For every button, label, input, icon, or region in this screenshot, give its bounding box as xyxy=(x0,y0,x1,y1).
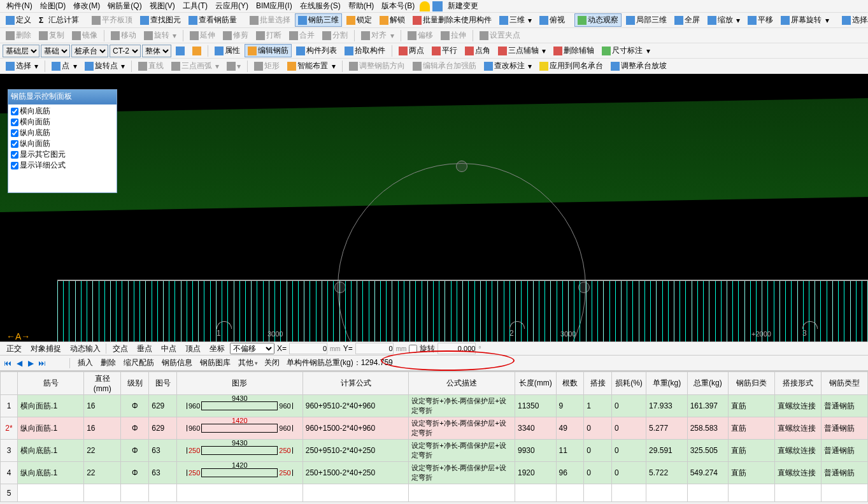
mid-button[interactable]: 中点 xyxy=(157,343,179,355)
check-annot-button[interactable]: 查改标注 ▾ xyxy=(481,59,535,73)
cell-cnt[interactable]: 11 xyxy=(556,440,584,462)
comp-list-button[interactable]: 构件列表 xyxy=(293,44,340,57)
cell-shape[interactable]: 2509430250 xyxy=(176,440,302,462)
batch-sel-button[interactable]: 批量选择 xyxy=(246,13,294,27)
table-row[interactable]: 4纵向底筋.122Φ632501420250250+1500-2*40+250设… xyxy=(1,462,868,484)
layer1-select[interactable]: 基础层 xyxy=(3,45,39,57)
row-header[interactable]: 1 xyxy=(1,395,18,417)
edit-cap-button[interactable]: 编辑承台加强筋 xyxy=(409,59,480,73)
coord-button[interactable]: 坐标 xyxy=(206,343,227,355)
grid-extra1[interactable] xyxy=(54,363,59,364)
menu-component[interactable]: 构件(N) xyxy=(3,1,36,11)
break-button[interactable]: 打断 xyxy=(253,29,285,42)
cell-rt[interactable]: 普通钢筋 xyxy=(821,395,867,417)
panel-checkbox-0[interactable] xyxy=(11,108,18,115)
apex-button[interactable]: 顶点 xyxy=(181,343,203,355)
row-header[interactable]: 3 xyxy=(1,440,18,462)
two-pt-button[interactable]: 两点 xyxy=(395,44,427,57)
col-header-8[interactable]: 长度(mm) xyxy=(515,372,556,395)
panel-check-5[interactable]: 显示详细公式 xyxy=(10,160,115,171)
col-header-0[interactable] xyxy=(1,372,18,395)
layer-extra1[interactable] xyxy=(173,45,188,57)
panel-check-2[interactable]: 纵向底筋 xyxy=(10,127,115,138)
move-button[interactable]: 移动 xyxy=(108,29,139,42)
menu-cloud[interactable]: 云应用(Y) xyxy=(211,1,252,11)
cell-dia[interactable]: 16 xyxy=(84,395,121,417)
cell-desc[interactable]: 设定弯折+净长-两倍保护层+设定弯折 xyxy=(409,440,515,462)
extend-button[interactable]: 延伸 xyxy=(187,29,218,42)
col-header-3[interactable]: 级别 xyxy=(121,372,149,395)
col-header-16[interactable]: 钢筋类型 xyxy=(821,372,867,395)
cell-shape[interactable]: 9609430960 xyxy=(176,395,302,417)
cell-formula[interactable]: 960+9510-2*40+960 xyxy=(302,395,409,417)
cell-lvl[interactable]: Φ xyxy=(121,462,149,484)
pt-angle-button[interactable]: 点角 xyxy=(462,44,494,57)
menu-bim[interactable]: BIM应用(I) xyxy=(252,1,296,11)
cell-shape[interactable]: 9601420960 xyxy=(176,417,302,440)
col-header-2[interactable]: 直径(mm) xyxy=(84,372,121,395)
topview-button[interactable]: 俯视 xyxy=(536,13,568,27)
row-header[interactable]: 5 xyxy=(1,484,18,502)
parallel-button[interactable]: 平行 xyxy=(429,44,460,57)
cell-shape[interactable]: 2501420250 xyxy=(176,462,302,484)
inter-button[interactable]: 交点 xyxy=(109,343,131,355)
cell-id[interactable]: 横向底筋.1 xyxy=(18,440,84,462)
del-aux-button[interactable]: 删除辅轴 xyxy=(550,44,597,57)
cell-loss[interactable]: 0 xyxy=(611,395,646,417)
cell-desc[interactable]: 设定弯折+净长-两倍保护层+设定弯折 xyxy=(409,462,515,484)
apply-same-button[interactable]: 应用到同名承台 xyxy=(536,59,606,73)
cell-pic[interactable]: 63 xyxy=(149,440,177,462)
arc-extra[interactable]: ▾ xyxy=(224,61,244,72)
panel-check-1[interactable]: 横向面筋 xyxy=(10,117,115,127)
menu-online[interactable]: 在线服务(S) xyxy=(296,1,345,11)
table-row[interactable]: 1横向面筋.116Φ6299609430960960+9510-2*40+960… xyxy=(1,395,868,417)
rebar-lib-button[interactable]: 钢筋图库 xyxy=(196,357,233,369)
orbit-handle-top[interactable] xyxy=(456,161,467,172)
offset-button[interactable]: 偏移 xyxy=(404,29,436,42)
pick-comp-button[interactable]: 拾取构件 xyxy=(341,44,388,57)
cell-formula[interactable]: 960+1500-2*40+960 xyxy=(302,417,409,440)
screen-rot-button[interactable]: 屏幕旋转 ▾ xyxy=(778,13,832,27)
cell-len[interactable]: 1920 xyxy=(515,462,556,484)
col-header-5[interactable]: 图形 xyxy=(176,372,302,395)
scale-match-button[interactable]: 缩尺配筋 xyxy=(120,357,157,369)
rotate-checkbox[interactable] xyxy=(409,345,417,353)
menu-modify[interactable]: 修改(M) xyxy=(69,1,104,11)
edit-rebar-button[interactable]: 编辑钢筋 xyxy=(245,44,292,57)
cell-cnt[interactable]: 96 xyxy=(556,462,584,484)
col-header-14[interactable]: 钢筋归类 xyxy=(729,372,775,395)
cell-rt[interactable]: 普通钢筋 xyxy=(821,440,867,462)
align-board-button[interactable]: 平齐板顶 xyxy=(89,13,136,27)
nav-prev[interactable]: ◀ xyxy=(14,358,24,368)
menu-draw[interactable]: 绘图(D) xyxy=(36,1,70,11)
col-header-13[interactable]: 总重(kg) xyxy=(687,372,729,395)
panel-checkbox-3[interactable] xyxy=(11,140,18,148)
cell-dia[interactable]: 22 xyxy=(84,462,121,484)
view3d-button[interactable]: 三维 ▾ xyxy=(496,13,535,27)
ortho-button[interactable]: 正交 xyxy=(3,343,24,355)
smart-button[interactable]: 智能布置 ▾ xyxy=(284,59,338,73)
cell-lvl[interactable]: Φ xyxy=(121,417,149,440)
table-row[interactable]: 3横向底筋.122Φ632509430250250+9510-2*40+250设… xyxy=(1,440,868,462)
rot-pt-button[interactable]: 旋转点 ▾ xyxy=(82,59,128,73)
cell-desc[interactable]: 设定弯折+净长-两倍保护层+设定弯折 xyxy=(409,417,515,440)
menu-view[interactable]: 视图(V) xyxy=(146,1,179,11)
close-button[interactable]: 关闭 xyxy=(262,357,282,369)
cell-uw[interactable]: 5.277 xyxy=(646,417,688,440)
col-header-7[interactable]: 公式描述 xyxy=(409,372,515,395)
local3d-button[interactable]: 局部三维 xyxy=(623,13,670,27)
menu-rebar[interactable]: 钢筋量(Q) xyxy=(104,1,145,11)
cell-uw[interactable]: 5.722 xyxy=(646,462,688,484)
zoom-button[interactable]: 缩放 ▾ xyxy=(704,13,743,27)
line-button[interactable]: 直线 xyxy=(135,59,167,73)
sel-same-button[interactable]: 选择相 xyxy=(839,13,868,27)
y-input[interactable] xyxy=(355,343,394,354)
cell-id[interactable]: 纵向面筋.1 xyxy=(18,417,84,440)
cell-lap[interactable]: 1 xyxy=(584,395,612,417)
cell-tw[interactable]: 549.274 xyxy=(687,462,729,484)
cell-loss[interactable]: 0 xyxy=(611,462,646,484)
cell-dia[interactable]: 16 xyxy=(84,417,121,440)
panel-checkbox-5[interactable] xyxy=(11,162,18,169)
cell-desc[interactable]: 设定弯折+净长-两倍保护层+设定弯折 xyxy=(409,395,515,417)
cell-tw[interactable]: 258.583 xyxy=(687,417,729,440)
